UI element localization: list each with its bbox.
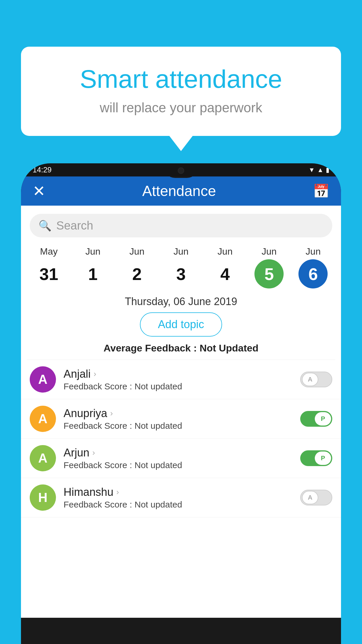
avg-feedback: Average Feedback : Not Updated: [21, 342, 341, 354]
bubble-title: Smart attendance: [36, 64, 326, 94]
feedback-score: Feedback Score : Not updated: [64, 382, 293, 391]
cal-month: Jun: [217, 246, 233, 257]
app-header: ✕ Attendance 📅: [21, 176, 341, 206]
cal-month: Jun: [261, 246, 277, 257]
wifi-icon: ▼: [308, 166, 315, 174]
toggle-knob: A: [302, 373, 318, 386]
status-bar: 14:29 ▼ ▲ ▮: [21, 163, 341, 176]
avatar: A: [30, 366, 56, 393]
cal-num: 31: [34, 259, 64, 288]
toggle-knob: A: [302, 491, 318, 504]
cal-day-may31[interactable]: May 31: [31, 246, 66, 288]
avatar: A: [30, 445, 56, 471]
feedback-score: Feedback Score : Not updated: [64, 460, 293, 470]
student-row: H Himanshu › Feedback Score : Not update…: [21, 478, 341, 517]
cal-month: Jun: [85, 246, 101, 257]
attendance-toggle-himanshu[interactable]: A: [300, 490, 332, 505]
calendar-row: May 31 Jun 1 Jun 2 Jun 3 Jun 4 Jun 5: [21, 243, 341, 288]
student-name[interactable]: Anjali ›: [64, 368, 293, 380]
cal-num-selected: 6: [298, 259, 328, 288]
search-input-label: Search: [56, 219, 93, 232]
avatar: H: [30, 484, 56, 511]
phone-frame: 14:29 ▼ ▲ ▮ ✕ Attendance 📅 🔍 Search May …: [21, 163, 341, 644]
student-info: Anjali › Feedback Score : Not updated: [64, 368, 293, 391]
speech-bubble: Smart attendance will replace your paper…: [21, 47, 341, 136]
student-row: A Anupriya › Feedback Score : Not update…: [21, 399, 341, 439]
attendance-toggle-anjali[interactable]: A: [300, 372, 332, 387]
toggle-knob: P: [315, 412, 331, 426]
student-info: Himanshu › Feedback Score : Not updated: [64, 486, 293, 510]
student-name[interactable]: Himanshu ›: [64, 486, 293, 498]
chevron-right-icon: ›: [94, 369, 96, 379]
add-topic-button[interactable]: Add topic: [140, 312, 222, 337]
cal-day-jun4[interactable]: Jun 4: [208, 246, 242, 288]
cal-num: 3: [166, 259, 196, 288]
cal-num: 4: [210, 259, 240, 288]
calendar-icon[interactable]: 📅: [313, 183, 329, 199]
cal-day-jun1[interactable]: Jun 1: [75, 246, 110, 288]
student-name[interactable]: Arjun ›: [64, 447, 293, 459]
cal-num: 1: [78, 259, 108, 288]
cal-day-jun6[interactable]: Jun 6: [296, 246, 331, 288]
close-button[interactable]: ✕: [33, 182, 45, 200]
phone-body: 🔍 Search May 31 Jun 1 Jun 2 Jun 3 Jun: [21, 206, 341, 618]
cal-month: Jun: [306, 246, 321, 257]
students-list: A Anjali › Feedback Score : Not updated …: [21, 360, 341, 517]
student-info: Arjun › Feedback Score : Not updated: [64, 447, 293, 470]
cal-month: Jun: [129, 246, 145, 257]
cal-day-jun3[interactable]: Jun 3: [164, 246, 198, 288]
chevron-right-icon: ›: [116, 487, 119, 497]
student-row: A Anjali › Feedback Score : Not updated …: [21, 360, 341, 399]
toggle-knob: P: [315, 452, 331, 465]
search-icon: 🔍: [38, 220, 52, 232]
selected-date: Thursday, 06 June 2019: [21, 295, 341, 308]
feedback-score: Feedback Score : Not updated: [64, 421, 293, 431]
header-title: Attendance: [142, 183, 216, 200]
search-bar[interactable]: 🔍 Search: [30, 214, 332, 237]
battery-icon: ▮: [326, 166, 329, 174]
cal-num-today: 5: [254, 259, 284, 288]
chevron-right-icon: ›: [110, 409, 113, 418]
student-info: Anupriya › Feedback Score : Not updated: [64, 407, 293, 431]
bubble-subtitle: will replace your paperwork: [36, 100, 326, 116]
cal-day-jun2[interactable]: Jun 2: [120, 246, 154, 288]
avatar: A: [30, 406, 56, 432]
cal-num: 2: [122, 259, 152, 288]
cal-month: May: [40, 246, 57, 257]
feedback-score: Feedback Score : Not updated: [64, 500, 293, 510]
status-icons: ▼ ▲ ▮: [308, 166, 329, 174]
avg-feedback-value: Not Updated: [200, 342, 259, 354]
attendance-toggle-anupriya[interactable]: P: [300, 411, 332, 427]
student-row: A Arjun › Feedback Score : Not updated P: [21, 439, 341, 478]
cal-month: Jun: [173, 246, 189, 257]
attendance-toggle-arjun[interactable]: P: [300, 450, 332, 466]
student-name[interactable]: Anupriya ›: [64, 407, 293, 420]
status-time: 14:29: [33, 165, 52, 174]
avg-feedback-label: Average Feedback :: [103, 342, 197, 354]
signal-icon: ▲: [317, 166, 324, 174]
chevron-right-icon: ›: [92, 448, 95, 457]
cal-day-jun5[interactable]: Jun 5: [252, 246, 287, 288]
